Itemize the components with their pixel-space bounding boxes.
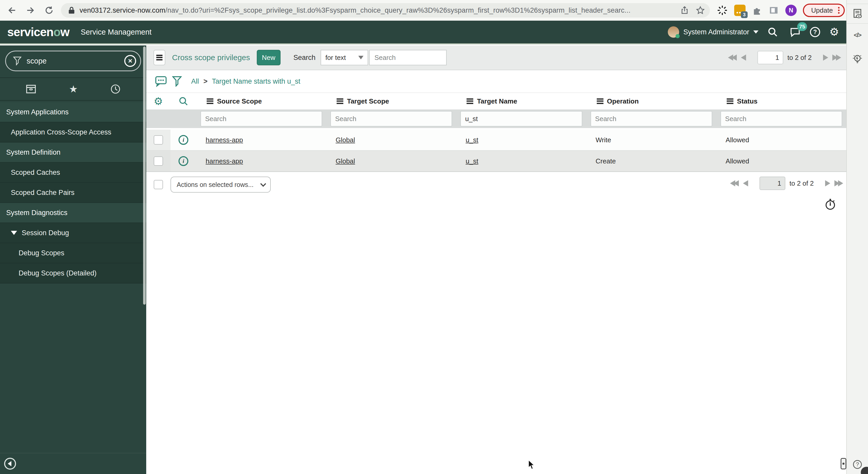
- side-panel-button[interactable]: [769, 5, 779, 15]
- table-header-row: ⚙ Source Scope Target Scope Target Name …: [146, 93, 846, 109]
- record-preview-button[interactable]: i: [170, 156, 196, 166]
- collapse-sidebar-button[interactable]: [4, 458, 16, 470]
- tab-all-applications[interactable]: [26, 84, 36, 94]
- forward-arrow-icon: [26, 6, 35, 15]
- browser-reload-button[interactable]: [41, 3, 57, 18]
- last-page-button[interactable]: [834, 180, 843, 187]
- address-bar[interactable]: ven03172.service-now.com/nav_to.do?uri=%…: [61, 3, 710, 18]
- list-context-menu-button[interactable]: [153, 50, 165, 65]
- response-time-button[interactable]: [825, 198, 836, 213]
- connect-chat-button[interactable]: 75: [790, 27, 801, 37]
- row-checkbox[interactable]: [154, 135, 163, 144]
- browser-forward-button[interactable]: [23, 3, 38, 18]
- browser-toolbar: ven03172.service-now.com/nav_to.do?uri=%…: [0, 0, 846, 21]
- row-checkbox[interactable]: [154, 157, 163, 166]
- page-number-input[interactable]: [757, 51, 783, 64]
- breadcrumb-all-link[interactable]: All: [191, 77, 199, 85]
- cell-status: Allowed: [716, 157, 846, 165]
- user-menu[interactable]: System Administrator: [668, 26, 758, 38]
- breadcrumb-query-link[interactable]: Target Name starts with u_st: [212, 77, 300, 85]
- global-search-button[interactable]: [767, 27, 778, 37]
- code-panel-button[interactable]: </>: [854, 32, 861, 39]
- filter-input-operation[interactable]: [591, 111, 712, 127]
- browser-back-button[interactable]: [4, 3, 20, 18]
- share-icon: [680, 6, 689, 15]
- next-page-button[interactable]: [823, 55, 828, 61]
- first-page-button[interactable]: [728, 55, 737, 61]
- column-header-target-scope[interactable]: Target Scope: [326, 97, 456, 105]
- record-preview-button[interactable]: i: [170, 135, 196, 145]
- list-search-input[interactable]: [369, 50, 447, 65]
- sidebar-item-system-definition[interactable]: System Definition: [0, 142, 146, 163]
- next-page-button[interactable]: [825, 180, 830, 187]
- password-extension-button[interactable]: 3: [734, 5, 746, 16]
- column-header-status[interactable]: Status: [716, 97, 846, 105]
- sidebar-item-application-cross-scope-access[interactable]: Application Cross-Scope Access: [0, 123, 146, 142]
- list-personalize-button[interactable]: ⚙: [146, 96, 170, 106]
- share-button[interactable]: [680, 6, 689, 15]
- loading-extension-button[interactable]: [717, 5, 727, 15]
- previous-page-button[interactable]: [743, 180, 748, 187]
- navigator-filter[interactable]: ×: [5, 50, 141, 71]
- browser-profile-avatar[interactable]: N: [785, 5, 797, 16]
- row-checkbox-cell: [146, 130, 170, 150]
- column-menu-icon: [337, 98, 343, 104]
- select-all-checkbox[interactable]: [154, 180, 163, 189]
- column-search-toggle-button[interactable]: [170, 96, 196, 106]
- browser-menu-kebab-icon[interactable]: [838, 7, 840, 14]
- cell-target-name[interactable]: u_st: [456, 157, 586, 165]
- sidebar-item-scoped-cache-pairs[interactable]: Scoped Cache Pairs: [0, 183, 146, 203]
- bookmark-button[interactable]: [696, 6, 705, 15]
- tab-history[interactable]: [110, 84, 121, 94]
- filter-input-source-scope[interactable]: [200, 111, 322, 127]
- actions-select[interactable]: Actions on selected rows...: [170, 177, 271, 193]
- breadcrumb: All > Target Name starts with u_st: [191, 77, 300, 86]
- sidebar-item-scoped-caches[interactable]: Scoped Caches: [0, 163, 146, 183]
- list-chat-button[interactable]: [155, 76, 167, 87]
- url-text[interactable]: ven03172.service-now.com/nav_to.do?uri=%…: [80, 6, 673, 14]
- sidebar-item-session-debug[interactable]: Session Debug: [0, 223, 146, 243]
- clear-filter-button[interactable]: ×: [124, 55, 136, 67]
- filter-input-target-scope[interactable]: [331, 111, 452, 127]
- settings-gear-button[interactable]: ⚙: [829, 27, 839, 37]
- column-header-operation[interactable]: Operation: [586, 97, 716, 105]
- cell-target-scope[interactable]: Global: [326, 157, 456, 165]
- browser-update-button[interactable]: Update: [803, 4, 845, 17]
- stopwatch-icon: [825, 198, 836, 211]
- filter-input-target-name[interactable]: [460, 111, 582, 127]
- sidebar-item-system-applications[interactable]: System Applications: [0, 102, 146, 123]
- list-filter-button[interactable]: [172, 76, 182, 87]
- previous-page-button[interactable]: [741, 55, 746, 61]
- cell-target-scope[interactable]: Global: [326, 136, 456, 144]
- column-header-source-scope[interactable]: Source Scope: [196, 97, 326, 105]
- page-number-input[interactable]: [760, 177, 785, 190]
- list-toolbar: Cross scope privileges New Search for te…: [146, 45, 846, 70]
- help-button[interactable]: ?: [810, 27, 820, 37]
- cell-status: Allowed: [716, 136, 846, 144]
- new-record-button[interactable]: New: [257, 50, 281, 65]
- sidebar-item-system-diagnostics[interactable]: System Diagnostics: [0, 203, 146, 223]
- tab-favorites[interactable]: ★: [69, 83, 78, 95]
- last-page-button[interactable]: [832, 55, 841, 61]
- sidebar-scrollbar[interactable]: [143, 46, 146, 305]
- navigator-filter-input[interactable]: [27, 57, 121, 65]
- list-title[interactable]: Cross scope privileges: [172, 53, 250, 62]
- sidebar-item-label: Session Debug: [22, 229, 69, 237]
- extensions-puzzle-button[interactable]: [752, 5, 762, 15]
- column-header-target-name[interactable]: Target Name: [456, 97, 586, 105]
- sidebar-item-debug-scopes[interactable]: Debug Scopes: [0, 243, 146, 263]
- filter-input-status[interactable]: [720, 111, 842, 127]
- dock-toggle-button[interactable]: [841, 458, 846, 469]
- help-circle-button[interactable]: ?: [853, 460, 862, 469]
- form-preview-button[interactable]: [852, 8, 863, 20]
- search-type-select[interactable]: for text: [320, 50, 368, 65]
- actions-select-value: Actions on selected rows...: [177, 181, 253, 189]
- extensions-area: 3 N: [717, 5, 797, 16]
- cell-source-scope[interactable]: harness-app: [196, 136, 326, 144]
- navigator-tabs: ★: [0, 77, 146, 101]
- cell-target-name[interactable]: u_st: [456, 136, 586, 144]
- sidebar-item-debug-scopes-detailed[interactable]: Debug Scopes (Detailed): [0, 263, 146, 283]
- first-page-button[interactable]: [730, 180, 739, 187]
- cell-source-scope[interactable]: harness-app: [196, 157, 326, 165]
- idea-button[interactable]: [851, 53, 864, 66]
